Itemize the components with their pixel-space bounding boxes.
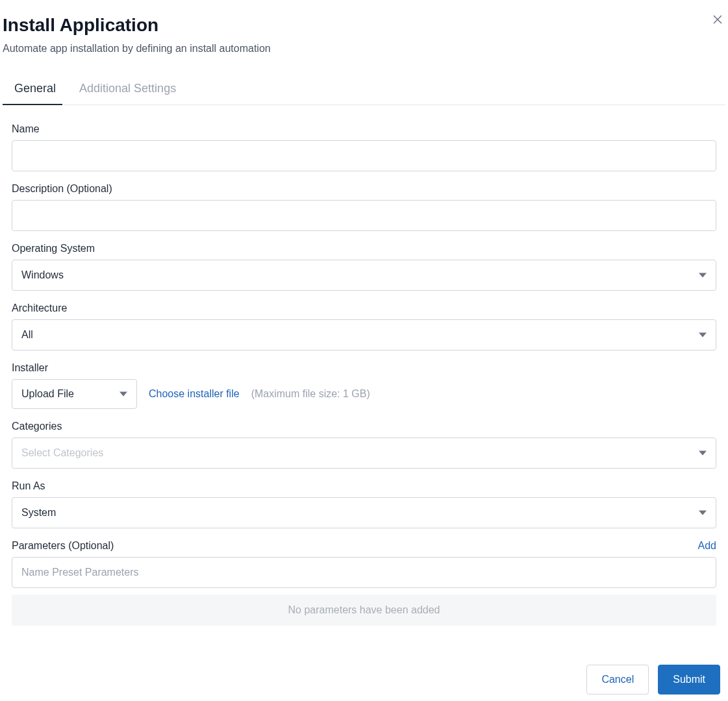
close-icon[interactable]	[712, 14, 723, 27]
form-general: Name Description (Optional) Operating Sy…	[0, 105, 728, 626]
runas-label: Run As	[12, 480, 716, 492]
installer-method-select[interactable]: Upload File	[12, 379, 137, 409]
name-input[interactable]	[12, 140, 716, 171]
installer-size-hint: (Maximum file size: 1 GB)	[251, 388, 370, 400]
caret-down-icon	[699, 271, 707, 279]
add-parameter-link[interactable]: Add	[698, 540, 716, 552]
caret-down-icon	[119, 390, 127, 398]
tabs: General Additional Settings	[3, 82, 725, 105]
caret-down-icon	[699, 509, 707, 517]
os-label: Operating System	[12, 243, 716, 254]
categories-select-placeholder: Select Categories	[21, 447, 103, 459]
description-input[interactable]	[12, 200, 716, 231]
submit-button[interactable]: Submit	[658, 665, 720, 695]
footer-actions: Cancel Submit	[586, 665, 720, 695]
categories-select[interactable]: Select Categories	[12, 437, 716, 469]
parameters-preset-input[interactable]	[12, 557, 716, 588]
description-label: Description (Optional)	[12, 183, 716, 195]
caret-down-icon	[699, 449, 707, 457]
runas-select[interactable]: System	[12, 497, 716, 528]
installer-method-value: Upload File	[21, 388, 74, 400]
name-label: Name	[12, 123, 716, 135]
page-subtitle: Automate app installation by defining an…	[3, 43, 725, 55]
architecture-select[interactable]: All	[12, 319, 716, 350]
choose-installer-file-link[interactable]: Choose installer file	[149, 388, 240, 400]
runas-select-value: System	[21, 507, 56, 519]
installer-label: Installer	[12, 362, 716, 374]
architecture-label: Architecture	[12, 302, 716, 314]
page-title: Install Application	[3, 14, 725, 36]
tab-general[interactable]: General	[14, 82, 56, 105]
os-select[interactable]: Windows	[12, 260, 716, 291]
categories-label: Categories	[12, 421, 716, 432]
architecture-select-value: All	[21, 329, 33, 341]
cancel-button[interactable]: Cancel	[586, 665, 649, 695]
tab-additional-settings[interactable]: Additional Settings	[79, 82, 176, 105]
os-select-value: Windows	[21, 269, 64, 281]
caret-down-icon	[699, 331, 707, 339]
parameters-empty-message: No parameters have been added	[12, 595, 716, 626]
parameters-label: Parameters (Optional)	[12, 540, 114, 552]
